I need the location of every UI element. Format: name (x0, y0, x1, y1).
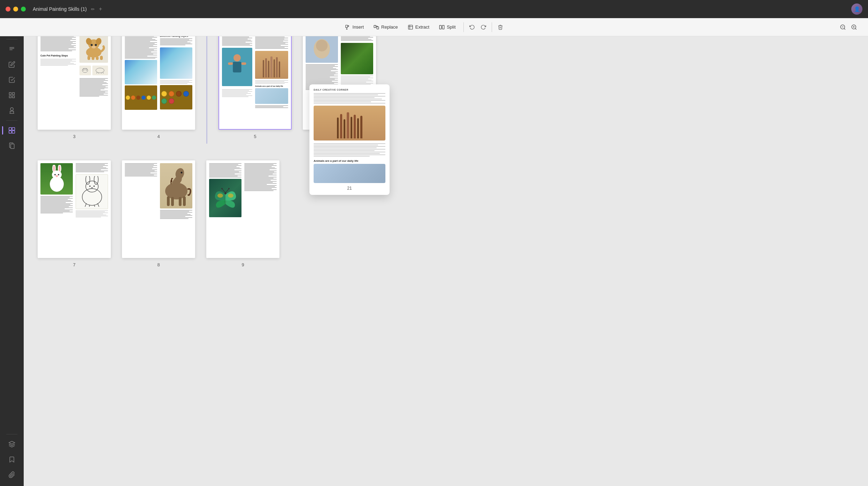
rotate-left-button[interactable] (467, 22, 478, 33)
sidebar-item-layers[interactable] (5, 437, 19, 451)
svg-point-50 (89, 185, 91, 187)
page-card-7 (38, 160, 111, 258)
svg-rect-62 (179, 197, 182, 206)
sidebar-item-bookmark[interactable] (5, 453, 19, 466)
sidebar-item-thumbnails[interactable] (5, 123, 19, 137)
rotate-right-icon (481, 24, 486, 30)
svg-rect-78 (440, 25, 441, 29)
floating-panel: DAILY CREATIVE CORNER (309, 84, 390, 195)
svg-line-53 (85, 203, 86, 207)
split-icon (439, 24, 445, 30)
zoom-out-icon (840, 24, 846, 30)
sidebar-item-stamp[interactable] (5, 104, 19, 117)
page-thumb-8[interactable]: 8 (122, 160, 195, 267)
sidebar-item-grid[interactable] (5, 88, 19, 102)
add-tab-button[interactable]: + (99, 6, 102, 12)
insert-label: Insert (353, 24, 364, 30)
page6-img2 (341, 43, 373, 74)
svg-point-49 (94, 176, 98, 184)
window-title: Animal Painting Skills (1) (33, 6, 87, 12)
toolbar-divider-1 (463, 22, 464, 32)
page-card-5: Animals are a part of our daily life (218, 32, 292, 130)
page3-title: Cute Pet Painting Steps (40, 54, 76, 57)
page-thumb-9[interactable]: 9 (206, 160, 279, 267)
svg-rect-61 (171, 197, 174, 206)
svg-point-42 (59, 165, 60, 172)
minimize-button[interactable] (13, 7, 18, 12)
sidebar-item-attachment[interactable] (5, 468, 19, 482)
cute-pet-image (79, 35, 108, 63)
delete-button[interactable] (495, 22, 506, 33)
svg-rect-77 (377, 26, 378, 29)
svg-point-48 (86, 176, 90, 184)
page-number-9: 9 (241, 262, 244, 267)
svg-point-70 (228, 188, 230, 189)
close-button[interactable] (6, 7, 10, 12)
page-number-4: 4 (157, 134, 160, 139)
page-thumb-4[interactable]: Different Painting Styles (122, 32, 195, 139)
maximize-button[interactable] (21, 7, 26, 12)
insert-button[interactable]: Insert (340, 22, 369, 32)
traffic-lights (6, 7, 26, 12)
split-button[interactable]: Split (434, 22, 460, 32)
svg-point-43 (54, 174, 56, 175)
horse-image (160, 163, 192, 208)
pages-row-1: Cute Pet Painting Steps (38, 32, 854, 144)
zoom-in-button[interactable] (848, 22, 860, 33)
svg-point-59 (180, 172, 182, 174)
svg-point-46 (82, 189, 102, 205)
floating-panel-category: DAILY CREATIVE CORNER (314, 89, 385, 91)
svg-rect-79 (443, 25, 444, 29)
svg-rect-2 (13, 96, 15, 98)
page-thumb-3[interactable]: Cute Pet Painting Steps (38, 32, 111, 139)
color-jars-image (160, 85, 192, 109)
sidebar-item-checklist[interactable] (5, 73, 19, 87)
svg-rect-18 (92, 56, 94, 60)
svg-line-85 (855, 28, 857, 29)
replace-button[interactable]: Replace (369, 22, 403, 32)
extract-label: Extract (415, 24, 429, 30)
delete-icon (498, 24, 503, 30)
floating-panel-page-number: 21 (314, 186, 385, 191)
page-card-3: Cute Pet Painting Steps (38, 32, 111, 130)
page-number-7: 7 (73, 262, 75, 267)
svg-point-41 (53, 165, 55, 172)
page-spread-divider (206, 32, 207, 144)
zoom-in-icon (851, 24, 857, 30)
svg-point-44 (58, 174, 59, 175)
svg-point-30 (233, 54, 241, 61)
title-bar: Animal Painting Skills (1) ✏ + 👤 (0, 0, 868, 18)
sidebar-separator-1 (6, 39, 17, 39)
zoom-out-button[interactable] (837, 22, 848, 33)
replace-label: Replace (381, 24, 398, 30)
user-avatar[interactable]: 👤 (851, 3, 862, 15)
sidebar-item-pages[interactable] (5, 139, 19, 153)
page-card-9 (206, 160, 279, 258)
svg-line-82 (844, 28, 845, 29)
edit-title-icon[interactable]: ✏ (91, 7, 95, 12)
sidebar-separator-2 (6, 120, 17, 121)
svg-point-52 (91, 187, 93, 189)
page-thumb-7[interactable]: 7 (38, 160, 111, 267)
page6-img1 (306, 35, 338, 63)
sidebar-item-document[interactable] (5, 42, 19, 56)
rabbit-sketch-image (76, 174, 108, 209)
svg-rect-5 (12, 128, 15, 130)
extract-button[interactable]: Extract (403, 22, 434, 32)
extract-icon (408, 24, 413, 30)
floating-panel-brush-image (314, 106, 385, 141)
svg-point-45 (56, 175, 58, 177)
rotate-left-icon (469, 24, 475, 30)
main-layout: ? (0, 18, 868, 486)
brushes-image (255, 51, 288, 79)
rotate-right-button[interactable] (478, 22, 489, 33)
svg-point-69 (221, 188, 223, 189)
svg-rect-76 (374, 25, 376, 28)
replace-icon (374, 24, 379, 30)
page-thumb-5[interactable]: Animals are a part of our daily life 2 5 (218, 32, 292, 139)
svg-point-36 (316, 40, 328, 51)
svg-rect-17 (87, 56, 90, 60)
sidebar-item-edit[interactable] (5, 58, 19, 71)
svg-rect-0 (9, 93, 11, 95)
svg-rect-60 (167, 196, 170, 206)
